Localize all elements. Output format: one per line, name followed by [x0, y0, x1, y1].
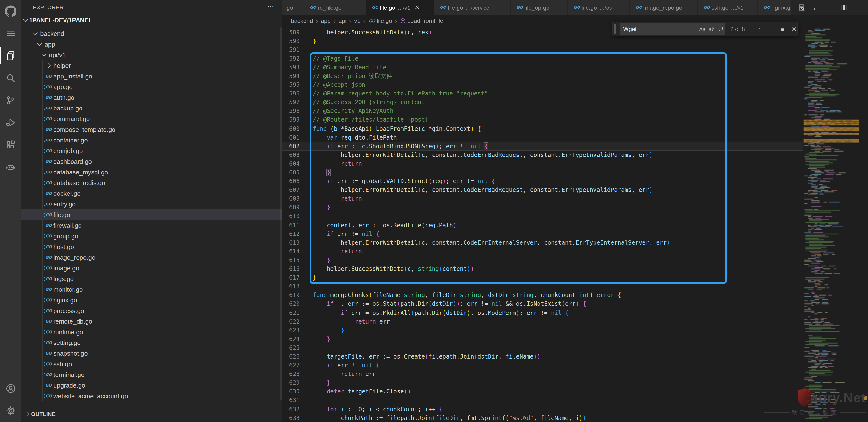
tree-item-backup-go[interactable]: GObackup.go [21, 103, 282, 113]
code-line-600[interactable]: 600func (b *BaseApi) LoadFromFile(c *gin… [282, 124, 803, 133]
tree-item-host-go[interactable]: GOhost.go [21, 241, 282, 252]
next-match-icon[interactable]: ↓ [766, 24, 776, 34]
match-case-toggle-icon[interactable]: Aa [698, 25, 707, 34]
tab-file-go-v1[interactable]: GOfile.go…/v1✕ [366, 0, 434, 15]
code-line-628[interactable]: 628 return err [282, 370, 803, 379]
tab-image-repo-go[interactable]: GOimage_repo.go [630, 0, 698, 15]
code-line-613[interactable]: 613 helper.ErrorWithDetail(c, constant.C… [282, 238, 803, 247]
tree-item-terminal-go[interactable]: GOterminal.go [21, 369, 282, 380]
code-line-625[interactable]: 625 [282, 344, 803, 352]
code-line-593[interactable]: 593// @Summary Read file [282, 63, 803, 72]
menu-icon[interactable] [0, 22, 21, 44]
extensions-icon[interactable] [0, 134, 21, 156]
code-line-604[interactable]: 604 return [282, 159, 803, 168]
code-line-621[interactable]: 621 if err = os.MkdirAll(path.Dir(dstDir… [282, 309, 803, 317]
tab-file-op-go[interactable]: GOfile_op.go [510, 0, 568, 15]
code-line-609[interactable]: 609 } [282, 203, 803, 212]
tree-item-remote-db-go[interactable]: GOremote_db.go [21, 316, 282, 327]
settings-gear-icon[interactable] [0, 400, 21, 422]
tab-ro-file-go[interactable]: GOro_file.go [304, 0, 366, 15]
code-line-611[interactable]: 611 content, err := os.ReadFile(req.Path… [282, 221, 803, 229]
code-line-614[interactable]: 614 return [282, 247, 803, 256]
tree-item-nginx-go[interactable]: GOnginx.go [21, 295, 282, 305]
tab-clipped-left[interactable]: go [282, 0, 304, 15]
code-line-632[interactable]: 632 for i := 0; i < chunkCount; i++ { [282, 405, 803, 414]
code-line-620[interactable]: 620 if _, err := os.Stat(path.Dir(dstDir… [282, 300, 803, 309]
run-debug-icon[interactable] [0, 111, 21, 134]
code-line-624[interactable]: 624 } [282, 335, 803, 344]
code-line-607[interactable]: 607 helper.ErrorWithDetail(c, constant.C… [282, 186, 803, 194]
tree-item-file-go[interactable]: GOfile.go [21, 209, 282, 220]
code-line-591[interactable]: 591 [282, 45, 803, 54]
workspace-section-header[interactable]: 1PANEL-DEV/1PANEL [21, 14, 282, 26]
tree-item-process-go[interactable]: GOprocess.go [21, 305, 282, 316]
code-line-610[interactable]: 610 [282, 212, 803, 221]
whole-word-toggle-icon[interactable]: ab [707, 25, 716, 34]
minimap[interactable] [803, 27, 862, 422]
code-line-633[interactable]: 633 chunkPath := filepath.Join(fileDir, … [282, 414, 803, 422]
code-line-630[interactable]: 630 defer targetFile.Close() [282, 387, 803, 396]
tree-item-container-go[interactable]: GOcontainer.go [21, 135, 282, 145]
code-line-605[interactable]: 605 } [282, 168, 803, 177]
sidebar-more-icon[interactable]: ⋯ [267, 2, 275, 10]
code-line-616[interactable]: 616 helper.SuccessWithData(c, string(con… [282, 264, 803, 273]
tree-item-helper[interactable]: helper [21, 60, 282, 71]
toggle-replace-handle[interactable] [614, 24, 616, 34]
explorer-icon[interactable] [0, 44, 21, 67]
code-editor[interactable]: 589 helper.SuccessWithData(c, res)590}59… [282, 27, 803, 422]
code-line-592[interactable]: 592// @Tags File [282, 54, 803, 63]
tree-item-backend[interactable]: backend [21, 28, 282, 39]
code-line-594[interactable]: 594// @Description 读取文件 [282, 72, 803, 80]
more-actions-icon[interactable]: ⋯ [852, 2, 863, 13]
source-control-icon[interactable] [0, 89, 21, 111]
tree-item-command-go[interactable]: GOcommand.go [21, 113, 282, 124]
split-editor-icon[interactable] [838, 2, 849, 13]
account-icon[interactable] [0, 378, 21, 400]
code-line-627[interactable]: 627 if err != nil { [282, 361, 803, 370]
code-line-598[interactable]: 598// @Security ApiKeyAuth [282, 107, 803, 116]
breadcrumb-item-file-go[interactable]: GOfile.go [368, 18, 392, 24]
code-line-596[interactable]: 596// @Param request body dto.FilePath t… [282, 89, 803, 98]
code-line-631[interactable]: 631 [282, 396, 803, 405]
find-in-selection-icon[interactable]: ≡ [777, 24, 787, 34]
prev-match-icon[interactable]: ↑ [754, 24, 764, 34]
code-line-590[interactable]: 590} [282, 37, 803, 45]
find-input[interactable] [620, 26, 698, 32]
tree-item-entry-go[interactable]: GOentry.go [21, 199, 282, 209]
tree-item-app[interactable]: app [21, 39, 282, 50]
search-icon[interactable] [0, 67, 21, 89]
tree-item-docker-go[interactable]: GOdocker.go [21, 188, 282, 199]
panel-header-timeline[interactable]: TIMELINE [21, 420, 282, 422]
editor-scrollbar[interactable] [862, 27, 868, 422]
tree-item-snapshot-go[interactable]: GOsnapshot.go [21, 348, 282, 359]
code-line-618[interactable]: 618 [282, 282, 803, 291]
tree-item-compose-template-go[interactable]: GOcompose_template.go [21, 124, 282, 135]
breadcrumb-item-backend[interactable]: backend [291, 18, 313, 24]
tree-item-upgrade-go[interactable]: GOupgrade.go [21, 380, 282, 390]
tree-item-logs-go[interactable]: GOlogs.go [21, 273, 282, 284]
code-line-617[interactable]: 617} [282, 273, 803, 282]
code-line-623[interactable]: 623 } [282, 326, 803, 334]
breadcrumb-item-loadfromfile[interactable]: LoadFromFile [400, 18, 443, 24]
code-line-597[interactable]: 597// @Success 200 {string} content [282, 98, 803, 107]
breadcrumb-item-app[interactable]: app [321, 18, 331, 24]
code-line-626[interactable]: 626 targetFile, err := os.Create(filepat… [282, 352, 803, 361]
close-icon[interactable]: ✕ [414, 4, 420, 11]
panel-header-outline[interactable]: OUTLINE [21, 408, 282, 420]
code-line-608[interactable]: 608 return [282, 195, 803, 203]
tab-ssh-go-v1[interactable]: GOssh.go…/v1 [698, 0, 758, 15]
code-line-622[interactable]: 622 return err [282, 317, 803, 326]
tab-file-go-service[interactable]: GOfile.go…/service [434, 0, 510, 15]
github-logo-icon[interactable] [0, 0, 21, 22]
tree-item-setting-go[interactable]: GOsetting.go [21, 337, 282, 348]
regex-toggle-icon[interactable]: .* [716, 25, 725, 34]
code-line-599[interactable]: 599// @Router /files/loadfile [post] [282, 116, 803, 124]
tree-item-api-v1[interactable]: api/v1 [21, 50, 282, 60]
code-line-619[interactable]: 619func mergeChunks(fileName string, fil… [282, 291, 803, 300]
breadcrumb-item-v1[interactable]: v1 [354, 18, 360, 24]
robot-icon[interactable] [0, 156, 21, 178]
tab-file-go-os[interactable]: GOfile.go…/os [568, 0, 630, 15]
code-line-602[interactable]: 602 if err := c.ShouldBindJSON(&req); er… [282, 142, 803, 151]
code-line-603[interactable]: 603 helper.ErrorWithDetail(c, constant.C… [282, 151, 803, 159]
code-line-595[interactable]: 595// @Accept json [282, 80, 803, 89]
